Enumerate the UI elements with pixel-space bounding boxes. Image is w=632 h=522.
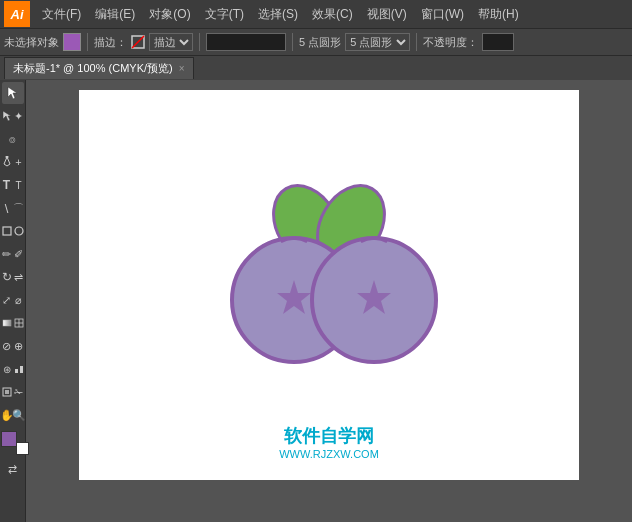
menu-edit[interactable]: 编辑(E) [89, 4, 141, 25]
eyedropper-tool[interactable]: ⊘ [1, 335, 12, 357]
type-tool[interactable]: T [1, 174, 12, 196]
magic-wand-tool[interactable]: ✦ [13, 105, 24, 127]
title-bar: Ai 文件(F) 编辑(E) 对象(O) 文字(T) 选择(S) 效果(C) 视… [0, 0, 632, 28]
svg-marker-2 [8, 87, 17, 99]
menu-type[interactable]: 文字(T) [199, 4, 250, 25]
watermark-sub-text: WWW.RJZXW.COM [279, 448, 379, 460]
tab-bar: 未标题-1* @ 100% (CMYK/预览) × [0, 56, 632, 80]
zoom-tool[interactable]: 🔍 [13, 404, 24, 426]
column-graph-tool[interactable] [13, 358, 24, 380]
paintbrush-tool[interactable]: ✏ [1, 243, 12, 265]
tab-title: 未标题-1* @ 100% (CMYK/预览) [13, 61, 173, 76]
canvas-white: 软件自学网 WWW.RJZXW.COM [79, 90, 579, 480]
svg-rect-12 [20, 366, 23, 373]
mesh-tool[interactable] [13, 312, 24, 334]
points-label: 5 点圆形 [299, 35, 341, 50]
tab-close-button[interactable]: × [179, 63, 185, 74]
svg-point-4 [5, 156, 8, 159]
arc-tool[interactable]: ⌒ [13, 197, 24, 219]
ai-logo: Ai [4, 1, 30, 27]
slice-tool[interactable]: ✁ [13, 381, 24, 403]
sep2 [199, 33, 200, 51]
svg-rect-11 [15, 369, 18, 373]
watermark: 软件自学网 WWW.RJZXW.COM [279, 424, 379, 460]
vertical-type-tool[interactable]: T [13, 174, 24, 196]
no-selection-label: 未选择对象 [4, 35, 59, 50]
lasso-tool[interactable]: ⌾ [2, 128, 24, 150]
svg-marker-3 [3, 111, 11, 121]
menu-file[interactable]: 文件(F) [36, 4, 87, 25]
svg-rect-7 [3, 320, 11, 326]
hand-tool[interactable]: ✋ [1, 404, 12, 426]
ellipse-tool[interactable] [13, 220, 24, 242]
blueberry-illustration [199, 165, 459, 395]
stroke-select[interactable]: 描边 [149, 33, 193, 51]
main-area: ✦ ⌾ + T T \ ⌒ [0, 80, 632, 522]
menu-help[interactable]: 帮助(H) [472, 4, 525, 25]
rect-tool[interactable] [1, 220, 12, 242]
menu-select[interactable]: 选择(S) [252, 4, 304, 25]
menu-object[interactable]: 对象(O) [143, 4, 196, 25]
menu-effect[interactable]: 效果(C) [306, 4, 359, 25]
menu-bar: 文件(F) 编辑(E) 对象(O) 文字(T) 选择(S) 效果(C) 视图(V… [36, 4, 525, 25]
rotate-tool[interactable]: ↻ [1, 266, 12, 288]
swap-colors-icon[interactable]: ⇄ [2, 458, 24, 480]
fill-swatch[interactable] [63, 33, 81, 51]
pen-tool[interactable] [1, 151, 12, 173]
menu-view[interactable]: 视图(V) [361, 4, 413, 25]
color-swatch-area[interactable] [1, 431, 29, 455]
opacity-input[interactable]: 10 [482, 33, 514, 51]
sep3 [292, 33, 293, 51]
line-tool[interactable]: \ [1, 197, 12, 219]
toolbar: 未选择对象 描边： 描边 5 点圆形 5 点圆形 不透明度： 10 [0, 28, 632, 56]
menu-window[interactable]: 窗口(W) [415, 4, 470, 25]
toolbox: ✦ ⌾ + T T \ ⌒ [0, 80, 26, 522]
blend-tool[interactable]: ⊕ [13, 335, 24, 357]
symbol-sprayer-tool[interactable]: ⊛ [1, 358, 12, 380]
artboard-tool[interactable] [1, 381, 12, 403]
add-anchor-tool[interactable]: + [13, 151, 24, 173]
stroke-label: 描边： [94, 35, 127, 50]
svg-rect-5 [3, 227, 11, 235]
width-input[interactable] [206, 33, 286, 51]
document-tab[interactable]: 未标题-1* @ 100% (CMYK/预览) × [4, 57, 194, 79]
svg-point-6 [15, 227, 23, 235]
warp-tool[interactable]: ⌀ [13, 289, 24, 311]
pencil-tool[interactable]: ✐ [13, 243, 24, 265]
opacity-label: 不透明度： [423, 35, 478, 50]
brush-select[interactable]: 5 点圆形 [345, 33, 410, 51]
svg-line-1 [132, 36, 144, 48]
canvas-area: 软件自学网 WWW.RJZXW.COM [26, 80, 632, 522]
watermark-main-text: 软件自学网 [279, 424, 379, 448]
reflect-tool[interactable]: ⇌ [13, 266, 24, 288]
scale-tool[interactable]: ⤢ [1, 289, 12, 311]
sep4 [416, 33, 417, 51]
gradient-tool[interactable] [1, 312, 12, 334]
stroke-icon [131, 35, 145, 49]
select-tool[interactable] [2, 82, 24, 104]
svg-rect-14 [5, 390, 9, 394]
direct-select-tool[interactable] [1, 105, 12, 127]
sep1 [87, 33, 88, 51]
